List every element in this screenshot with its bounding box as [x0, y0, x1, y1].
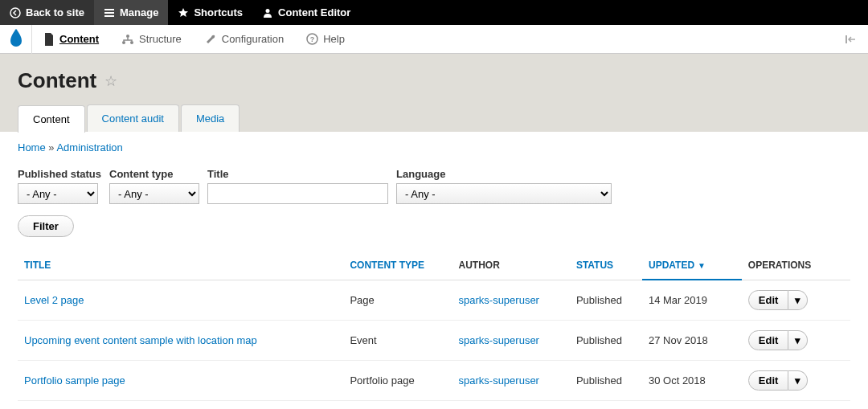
menu-configuration[interactable]: Configuration — [193, 25, 295, 54]
svg-text:?: ? — [310, 35, 315, 43]
row-title-link[interactable]: Upcoming event content sample with locat… — [24, 334, 257, 346]
row-type: Portfolio page — [343, 360, 452, 400]
tab-content-audit[interactable]: Content audit — [87, 104, 179, 132]
filter-title-input[interactable] — [207, 183, 388, 204]
sort-desc-icon: ▼ — [698, 261, 706, 270]
user-label: Content Editor — [278, 6, 350, 18]
menu-structure[interactable]: Structure — [110, 25, 193, 54]
edit-button[interactable]: Edit — [748, 290, 789, 310]
svg-point-1 — [266, 9, 270, 13]
menu-icon — [104, 7, 115, 18]
row-updated: 27 Nov 2018 — [642, 320, 742, 360]
row-updated: 30 Oct 2018 — [642, 360, 742, 400]
edit-dropdown-button[interactable]: ▾ — [788, 290, 808, 310]
menu-structure-label: Structure — [139, 33, 182, 45]
back-to-site-button[interactable]: Back to site — [0, 0, 94, 25]
filter-status-label: Published status — [18, 168, 101, 180]
filter-language-select[interactable]: - Any - — [396, 183, 612, 204]
help-icon: ? — [306, 33, 318, 45]
col-type[interactable]: CONTENT TYPE — [343, 252, 452, 280]
menu-content[interactable]: Content — [32, 25, 110, 54]
row-status: Published — [570, 400, 642, 409]
row-title-link[interactable]: Portfolio sample page — [24, 374, 125, 387]
manage-button[interactable]: Manage — [94, 0, 168, 25]
row-author-link[interactable]: sparks-superuser — [459, 374, 539, 387]
row-author-link[interactable]: sparks-superuser — [459, 334, 539, 346]
file-icon — [43, 33, 55, 46]
favorite-toggle-icon[interactable]: ☆ — [104, 72, 117, 90]
row-status: Published — [570, 360, 642, 400]
row-status: Published — [570, 320, 642, 360]
col-author: AUTHOR — [452, 252, 570, 280]
col-updated[interactable]: UPDATED▼ — [642, 252, 742, 280]
drupal-logo[interactable] — [0, 25, 32, 54]
tab-content[interactable]: Content — [18, 105, 85, 133]
col-operations: OPERATIONS — [742, 252, 850, 280]
svg-point-0 — [10, 8, 20, 18]
menu-configuration-label: Configuration — [222, 33, 284, 45]
row-type: Page — [343, 280, 452, 320]
edit-dropdown-button[interactable]: ▾ — [788, 330, 808, 350]
back-icon — [10, 7, 21, 18]
user-icon — [262, 7, 273, 18]
svg-point-4 — [130, 41, 133, 44]
collapse-toolbar-button[interactable] — [834, 34, 868, 45]
menu-help-label: Help — [323, 33, 345, 45]
wrench-icon — [204, 33, 217, 46]
svg-point-3 — [122, 41, 125, 44]
filter-title-label: Title — [207, 168, 388, 180]
filter-button[interactable]: Filter — [18, 215, 74, 237]
col-status[interactable]: STATUS — [570, 252, 642, 280]
svg-point-2 — [126, 35, 129, 38]
breadcrumb-home[interactable]: Home — [18, 141, 46, 153]
collapse-icon — [845, 34, 857, 45]
shortcuts-button[interactable]: Shortcuts — [168, 0, 252, 25]
row-updated: 14 Mar 2019 — [642, 280, 742, 320]
breadcrumb-separator: » — [48, 141, 56, 153]
user-button[interactable]: Content Editor — [252, 0, 360, 25]
row-type: Event — [343, 320, 452, 360]
filter-type-select[interactable]: - Any - — [109, 183, 199, 204]
manage-label: Manage — [120, 6, 158, 18]
row-updated: 30 Oct 2018 — [642, 400, 742, 409]
table-row: Upcoming event content sample with locat… — [18, 320, 850, 360]
edit-button[interactable]: Edit — [748, 370, 789, 391]
row-title-link[interactable]: Level 2 page — [24, 294, 84, 306]
shortcuts-label: Shortcuts — [194, 6, 243, 18]
page-title: Content — [18, 68, 96, 93]
table-row: Portfolio sample pagePortfolio pagespark… — [18, 360, 850, 400]
col-title[interactable]: TITLE — [18, 252, 343, 280]
breadcrumb-admin[interactable]: Administration — [56, 141, 122, 153]
menu-help[interactable]: ? Help — [295, 25, 356, 54]
breadcrumb: Home » Administration — [18, 141, 850, 153]
structure-icon — [121, 34, 134, 45]
tab-media[interactable]: Media — [181, 104, 240, 132]
edit-button[interactable]: Edit — [748, 330, 789, 350]
table-row: Level 2 pagePagesparks-superuserPublishe… — [18, 280, 850, 320]
filter-language-label: Language — [396, 168, 612, 180]
filter-status-select[interactable]: - Any - — [18, 183, 98, 204]
menu-content-label: Content — [59, 33, 99, 45]
filter-type-label: Content type — [109, 168, 199, 180]
star-icon — [178, 7, 189, 18]
row-status: Published — [570, 280, 642, 320]
edit-dropdown-button[interactable]: ▾ — [788, 370, 808, 391]
row-type: Portfolio page — [343, 400, 452, 409]
row-author-link[interactable]: sparks-superuser — [459, 294, 539, 306]
back-to-site-label: Back to site — [26, 6, 84, 18]
table-row: Portfolio sample page with a long descri… — [18, 400, 850, 409]
